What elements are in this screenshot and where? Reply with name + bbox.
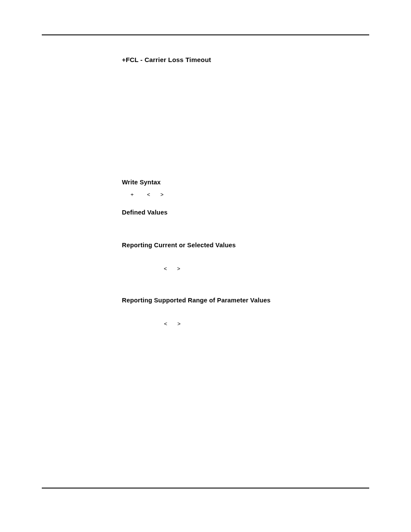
syntax-mid: FCL=	[134, 192, 147, 198]
section-title: +FCL - Carrier Loss Timeout	[122, 56, 369, 63]
report-current-ex: Example: 0 For the default setting.	[131, 274, 369, 283]
report-range-title: Reporting Supported Range of Parameter V…	[122, 297, 369, 304]
rule-bottom	[42, 488, 369, 488]
report-current-resp: Response: <time>	[131, 266, 369, 272]
intro-space: This parameter allows the DTE to select …	[122, 63, 369, 179]
intro-text: This parameter allows the DTE to select …	[122, 63, 369, 141]
report-range-cmd: Command: +FCS=?	[131, 310, 369, 318]
report-current-title: Reporting Current or Selected Values	[122, 242, 369, 249]
angle-right-icon: >	[177, 266, 180, 272]
report-range-block: Command: +FCS=? Response: ( <time> range…	[122, 310, 369, 355]
resp-prefix: Response:	[131, 266, 156, 272]
angle-right-icon: >	[160, 192, 163, 198]
defined-values-block: <value> Decimal number corresponding to …	[122, 216, 369, 242]
gap1	[122, 198, 369, 209]
report-range-resp: Response: ( <time> range)	[131, 321, 369, 327]
syntax-inner: time	[150, 192, 161, 198]
angle-right-icon: >	[177, 321, 181, 327]
angle-left-icon: <	[147, 192, 150, 198]
write-syntax-line: +FCL=<time>	[131, 192, 369, 198]
defined-values-title: Defined Values	[122, 209, 369, 216]
report-current-cmd: Command: +FCL?	[131, 255, 369, 263]
resp-inner: time	[167, 266, 177, 272]
range-resp-inner: time	[167, 321, 177, 327]
content-block: +FCL - Carrier Loss Timeout This paramet…	[122, 56, 369, 355]
report-range-ex: Example: (0-255)	[131, 330, 369, 338]
page: +FCL - Carrier Loss Timeout This paramet…	[0, 0, 411, 532]
range-resp-prefix: Response: (	[131, 321, 159, 327]
report-current-block: Command: +FCL? Response: <time> Example:…	[122, 255, 369, 297]
rule-top	[42, 34, 369, 35]
write-syntax-title: Write Syntax	[122, 179, 369, 186]
defined-values-text: <value> Decimal number corresponding to …	[122, 216, 369, 233]
range-resp-suffix: range)	[181, 321, 198, 327]
